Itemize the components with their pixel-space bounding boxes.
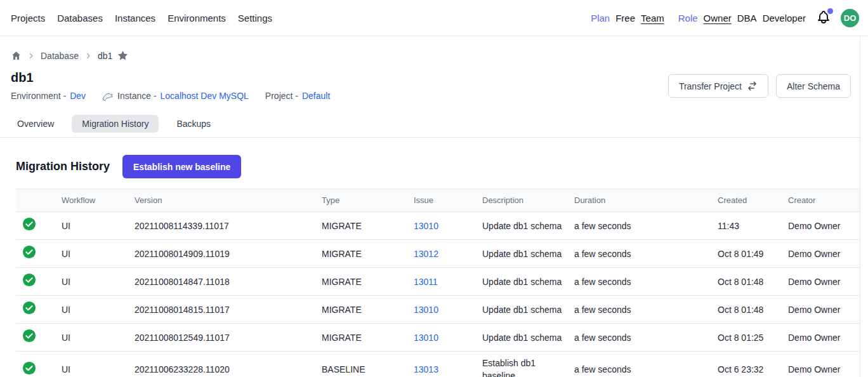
duration-cell: a few seconds (574, 324, 718, 352)
success-check-icon (22, 361, 36, 375)
role-label: Role (678, 13, 698, 23)
workflow-cell: UI (62, 296, 135, 324)
avatar[interactable]: DO (841, 9, 859, 27)
database-tabs: Overview Migration History Backups (7, 115, 860, 133)
issue-link[interactable]: 13010 (414, 221, 438, 231)
duration-cell: a few seconds (574, 268, 718, 296)
transfer-arrows-icon (747, 81, 758, 91)
creator-cell: Demo Owner (788, 212, 860, 240)
breadcrumb-database[interactable]: Database (41, 51, 79, 61)
tab-overview[interactable]: Overview (7, 115, 64, 133)
created-cell: Oct 8 01:48 (718, 268, 788, 296)
description-cell: Update db1 schema (482, 296, 574, 324)
notification-bell-button[interactable] (815, 10, 832, 26)
role-dba[interactable]: DBA (737, 13, 757, 23)
project-link[interactable]: Default (302, 91, 330, 101)
description-cell: Update db1 schema (482, 240, 574, 268)
star-icon[interactable] (117, 50, 129, 62)
plan-free[interactable]: Free (615, 13, 635, 23)
project-label: Project - (265, 91, 298, 101)
page-header: Database db1 db1 Environment - Dev Insta… (0, 36, 860, 101)
version-cell: 20211008014909.11019 (135, 240, 322, 268)
environment-link[interactable]: Dev (70, 91, 86, 101)
alter-schema-label: Alter Schema (787, 81, 840, 91)
issue-link[interactable]: 13012 (414, 249, 438, 259)
main-content: Database db1 db1 Environment - Dev Insta… (0, 36, 860, 377)
tab-migration-history[interactable]: Migration History (72, 115, 159, 133)
status-column-header (16, 189, 62, 212)
type-cell: MIGRATE (322, 240, 414, 268)
created-cell: Oct 8 01:48 (718, 296, 788, 324)
type-cell: BASELINE (322, 352, 414, 377)
success-check-icon (22, 217, 36, 231)
environment-label: Environment - (11, 91, 66, 101)
table-row[interactable]: UI 20211008014909.11019 MIGRATE 13012 Up… (16, 240, 860, 268)
nav-databases[interactable]: Databases (57, 10, 103, 26)
role-developer[interactable]: Developer (763, 13, 806, 23)
alter-schema-button[interactable]: Alter Schema (776, 74, 851, 98)
duration-cell: a few seconds (574, 240, 718, 268)
notification-dot (827, 8, 833, 14)
main-nav: Projects Databases Instances Environment… (11, 10, 272, 26)
workflow-cell: UI (62, 352, 135, 377)
tabs-divider (0, 137, 860, 138)
breadcrumb-current: db1 (98, 51, 112, 61)
type-column-header: Type (322, 189, 414, 212)
duration-cell: a few seconds (574, 352, 718, 377)
workflow-cell: UI (62, 324, 135, 352)
migration-history-table: Workflow Version Type Issue Description … (16, 189, 860, 377)
issue-link[interactable]: 13010 (414, 333, 438, 343)
version-cell: 20211008014847.11018 (135, 268, 322, 296)
transfer-project-label: Transfer Project (679, 81, 742, 91)
workflow-cell: UI (62, 240, 135, 268)
workflow-cell: UI (62, 268, 135, 296)
success-check-icon (22, 301, 36, 315)
nav-instances[interactable]: Instances (115, 10, 155, 26)
table-row[interactable]: UI 20211008012549.11017 MIGRATE 13010 Up… (16, 324, 860, 352)
issue-link[interactable]: 13011 (414, 277, 438, 287)
creator-cell: Demo Owner (788, 352, 860, 377)
nav-environments[interactable]: Environments (168, 10, 226, 26)
table-row[interactable]: UI 20211008114339.11017 MIGRATE 13010 Up… (16, 212, 860, 240)
issue-link[interactable]: 13013 (414, 364, 438, 374)
nav-settings[interactable]: Settings (238, 10, 272, 26)
version-cell: 20211008012549.11017 (135, 324, 322, 352)
table-row[interactable]: UI 20211008014815.11017 MIGRATE 13010 Up… (16, 296, 860, 324)
home-icon[interactable] (11, 50, 22, 61)
created-cell: Oct 8 01:25 (718, 324, 788, 352)
workflow-cell: UI (62, 212, 135, 240)
table-row[interactable]: UI 20211006233228.11020 BASELINE 13013 E… (16, 352, 860, 377)
creator-cell: Demo Owner (788, 324, 860, 352)
header-actions: Transfer Project Alter Schema (668, 74, 851, 98)
type-cell: MIGRATE (322, 296, 414, 324)
created-cell: Oct 6 23:32 (718, 352, 788, 377)
plan-label: Plan (591, 13, 610, 23)
table-row[interactable]: UI 20211008014847.11018 MIGRATE 13011 Up… (16, 268, 860, 296)
success-check-icon (22, 329, 36, 343)
created-cell: Oct 8 01:49 (718, 240, 788, 268)
description-cell: Establish db1 baseline (482, 352, 574, 377)
duration-cell: a few seconds (574, 296, 718, 324)
chevron-right-icon (84, 52, 92, 60)
tab-backups[interactable]: Backups (166, 115, 221, 133)
creator-column-header: Creator (788, 189, 860, 212)
table-header-row: Workflow Version Type Issue Description … (16, 189, 860, 212)
transfer-project-button[interactable]: Transfer Project (668, 74, 768, 98)
plan-team[interactable]: Team (641, 13, 664, 23)
mysql-dolphin-icon (102, 91, 114, 101)
version-column-header: Version (135, 189, 322, 212)
creator-cell: Demo Owner (788, 296, 860, 324)
created-column-header: Created (718, 189, 788, 212)
instance-link[interactable]: Localhost Dev MySQL (161, 91, 249, 101)
creator-cell: Demo Owner (788, 240, 860, 268)
nav-projects[interactable]: Projects (11, 10, 45, 26)
role-owner[interactable]: Owner (704, 13, 732, 23)
establish-baseline-button[interactable]: Establish new baseline (122, 155, 241, 178)
instance-label: Instance - (117, 91, 156, 101)
description-cell: Update db1 schema (482, 212, 574, 240)
breadcrumb: Database db1 (11, 50, 849, 62)
chevron-right-icon (27, 52, 35, 60)
workflow-column-header: Workflow (62, 189, 135, 212)
type-cell: MIGRATE (322, 268, 414, 296)
issue-link[interactable]: 13010 (414, 305, 438, 315)
